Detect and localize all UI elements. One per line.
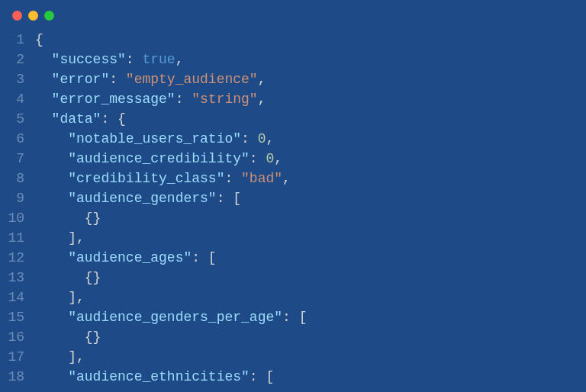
- line-number: 7: [0, 149, 35, 169]
- token-key: "audience_genders_per_age": [68, 310, 282, 325]
- line-content: {}: [35, 268, 101, 288]
- code-line: 15 "audience_genders_per_age": [: [0, 307, 586, 327]
- code-line: 13 {}: [0, 268, 586, 288]
- line-content: {: [35, 30, 43, 50]
- line-content: ],: [35, 228, 85, 248]
- token-bool: true: [142, 52, 175, 67]
- token-punct: :: [175, 92, 192, 107]
- token-punct: [35, 191, 68, 206]
- line-content: "credibility_class": "bad",: [35, 169, 291, 188]
- code-line: 9 "audience_genders": [: [0, 188, 586, 208]
- token-punct: ],: [35, 349, 85, 365]
- line-number: 8: [0, 169, 35, 188]
- line-number: 2: [0, 50, 35, 69]
- token-punct: ,: [266, 131, 274, 146]
- line-content: "audience_ethnicities": [: [35, 367, 274, 387]
- line-number: 13: [0, 268, 35, 288]
- code-line: 17 ],: [0, 347, 586, 367]
- code-line: 3 "error": "empty_audience",: [0, 69, 586, 89]
- token-key: "error": [52, 72, 110, 87]
- line-number: 5: [0, 109, 35, 129]
- line-content: "audience_genders_per_age": [: [35, 307, 307, 327]
- code-line: 6 "notable_users_ratio": 0,: [0, 129, 586, 149]
- code-line: 2 "success": true,: [0, 50, 586, 69]
- token-punct: : [: [192, 250, 216, 265]
- line-content: "error_message": "string",: [35, 89, 266, 109]
- token-punct: [35, 310, 68, 325]
- token-key: "credibility_class": [68, 171, 224, 186]
- line-number: 9: [0, 188, 35, 208]
- minimize-icon[interactable]: [28, 11, 38, 21]
- token-string: "bad": [241, 171, 282, 186]
- line-content: ],: [35, 288, 85, 307]
- code-line: 14 ],: [0, 288, 586, 307]
- code-editor[interactable]: 1{2 "success": true,3 "error": "empty_au…: [0, 27, 586, 387]
- token-punct: ,: [175, 52, 184, 67]
- token-punct: : [: [282, 310, 307, 325]
- token-punct: :: [241, 131, 258, 146]
- token-punct: {}: [35, 329, 101, 345]
- token-punct: : [: [217, 191, 241, 206]
- token-punct: [35, 369, 68, 384]
- token-string: "string": [192, 92, 257, 107]
- token-punct: [35, 52, 52, 67]
- token-key: "audience_ages": [68, 250, 192, 265]
- token-key: "audience_genders": [68, 191, 216, 206]
- token-punct: : {: [101, 111, 125, 127]
- close-icon[interactable]: [12, 11, 22, 21]
- code-line: 8 "credibility_class": "bad",: [0, 169, 586, 188]
- line-number: 16: [0, 327, 35, 347]
- token-number: 0: [266, 151, 274, 166]
- token-punct: {}: [35, 270, 101, 285]
- token-punct: [35, 131, 68, 146]
- line-number: 18: [0, 367, 35, 387]
- line-content: "error": "empty_audience",: [35, 69, 266, 89]
- code-line: 7 "audience_credibility": 0,: [0, 149, 586, 169]
- token-punct: ,: [258, 72, 266, 87]
- token-punct: :: [126, 52, 143, 67]
- token-punct: [35, 151, 68, 166]
- code-line: 1{: [0, 30, 586, 50]
- line-number: 11: [0, 228, 35, 248]
- code-line: 11 ],: [0, 228, 586, 248]
- token-punct: [35, 92, 52, 107]
- line-number: 3: [0, 69, 35, 89]
- token-number: 0: [258, 131, 266, 146]
- token-key: "notable_users_ratio": [68, 131, 241, 146]
- token-punct: :: [109, 72, 126, 87]
- line-content: "data": {: [35, 109, 126, 129]
- line-content: "audience_ages": [: [35, 248, 217, 268]
- line-content: "notable_users_ratio": 0,: [35, 129, 274, 149]
- line-number: 12: [0, 248, 35, 268]
- token-punct: ],: [35, 290, 85, 305]
- maximize-icon[interactable]: [44, 11, 54, 21]
- line-number: 15: [0, 307, 35, 327]
- token-punct: [35, 250, 68, 265]
- token-punct: :: [250, 151, 266, 166]
- token-punct: {}: [35, 210, 101, 226]
- line-number: 1: [0, 30, 35, 50]
- code-line: 5 "data": {: [0, 109, 586, 129]
- code-line: 16 {}: [0, 327, 586, 347]
- code-line: 10 {}: [0, 208, 586, 228]
- line-content: "success": true,: [35, 50, 183, 69]
- token-punct: ,: [258, 92, 266, 107]
- token-punct: ,: [274, 151, 282, 166]
- line-number: 17: [0, 347, 35, 367]
- token-punct: {: [35, 32, 43, 47]
- token-key: "data": [52, 111, 101, 127]
- token-punct: [35, 72, 52, 87]
- token-string: "empty_audience": [126, 72, 258, 87]
- token-punct: [35, 171, 68, 186]
- line-content: {}: [35, 208, 101, 228]
- token-key: "audience_credibility": [68, 151, 250, 166]
- token-key: "error_message": [52, 92, 175, 107]
- token-punct: : [: [250, 369, 274, 384]
- window-titlebar: [0, 0, 586, 27]
- code-line: 4 "error_message": "string",: [0, 89, 586, 109]
- code-line: 12 "audience_ages": [: [0, 248, 586, 268]
- line-number: 14: [0, 288, 35, 307]
- token-punct: :: [224, 171, 241, 186]
- line-number: 4: [0, 89, 35, 109]
- token-punct: [35, 111, 52, 127]
